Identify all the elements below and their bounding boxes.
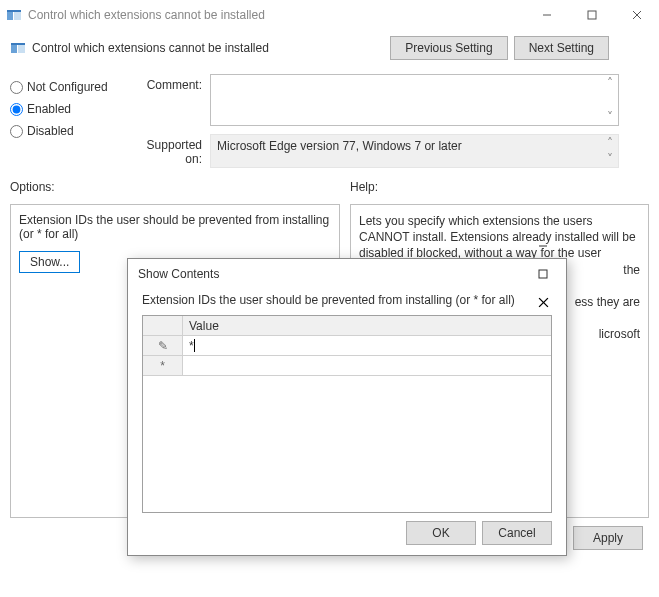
- modal-cancel-button[interactable]: Cancel: [482, 521, 552, 545]
- radio-disabled[interactable]: Disabled: [10, 124, 130, 138]
- options-desc: Extension IDs the user should be prevent…: [19, 213, 331, 241]
- minimize-button[interactable]: [524, 0, 569, 30]
- comment-label: Comment:: [130, 74, 210, 92]
- show-button[interactable]: Show...: [19, 251, 80, 273]
- close-button[interactable]: [614, 0, 659, 30]
- help-text: Lets you specify which extensions the us…: [359, 213, 640, 262]
- maximize-button[interactable]: [569, 0, 614, 30]
- radio-label: Not Configured: [27, 80, 108, 94]
- previous-setting-button[interactable]: Previous Setting: [390, 36, 507, 60]
- page-title: Control which extensions cannot be insta…: [32, 41, 390, 55]
- show-contents-dialog: Show Contents Extension IDs the user sho…: [127, 258, 567, 556]
- svg-rect-11: [539, 270, 547, 278]
- grid-corner: [143, 316, 183, 335]
- radio-enabled[interactable]: Enabled: [10, 102, 130, 116]
- value-cell[interactable]: [183, 356, 551, 375]
- modal-ok-button[interactable]: OK: [406, 521, 476, 545]
- apply-button[interactable]: Apply: [573, 526, 643, 550]
- next-setting-button[interactable]: Next Setting: [514, 36, 609, 60]
- modal-desc: Extension IDs the user should be prevent…: [142, 293, 552, 307]
- value-cell[interactable]: *: [183, 336, 551, 355]
- radio-label: Disabled: [27, 124, 74, 138]
- modal-footer: OK Cancel: [128, 513, 566, 555]
- window-controls: [524, 0, 659, 30]
- text-cursor: [194, 339, 195, 352]
- config-row: Not Configured Enabled Disabled Comment:…: [0, 70, 659, 170]
- grid-row[interactable]: ✎ *: [143, 336, 551, 356]
- grid-row[interactable]: *: [143, 356, 551, 376]
- options-label: Options:: [10, 180, 340, 194]
- supported-text: Microsoft Edge version 77, Windows 7 or …: [217, 139, 462, 153]
- window-title: Control which extensions cannot be insta…: [28, 8, 524, 22]
- modal-minimize-button[interactable]: [524, 232, 562, 260]
- value-grid[interactable]: Value ✎ * *: [142, 315, 552, 513]
- supported-label: Supported on:: [130, 134, 210, 166]
- header-row: Control which extensions cannot be insta…: [0, 30, 659, 70]
- row-marker-icon: *: [143, 356, 183, 375]
- scrollbar[interactable]: ˄˅: [602, 75, 618, 125]
- app-icon: [6, 7, 22, 23]
- supported-box: Microsoft Edge version 77, Windows 7 or …: [210, 134, 619, 168]
- titlebar: Control which extensions cannot be insta…: [0, 0, 659, 30]
- state-radios: Not Configured Enabled Disabled: [10, 74, 130, 146]
- value-column-header: Value: [183, 316, 551, 335]
- modal-titlebar: Show Contents: [128, 259, 566, 289]
- radio-label: Enabled: [27, 102, 71, 116]
- svg-rect-9: [11, 43, 25, 45]
- modal-title: Show Contents: [138, 267, 524, 281]
- policy-icon: [10, 40, 26, 56]
- radio-not-configured[interactable]: Not Configured: [10, 80, 130, 94]
- comment-input[interactable]: ˄˅: [210, 74, 619, 126]
- row-marker-icon: ✎: [143, 336, 183, 355]
- grid-header: Value: [143, 316, 551, 336]
- modal-maximize-button[interactable]: [524, 260, 562, 288]
- svg-rect-2: [7, 10, 21, 12]
- scrollbar[interactable]: ˄˅: [602, 135, 618, 167]
- svg-rect-4: [588, 11, 596, 19]
- help-label: Help:: [350, 180, 649, 194]
